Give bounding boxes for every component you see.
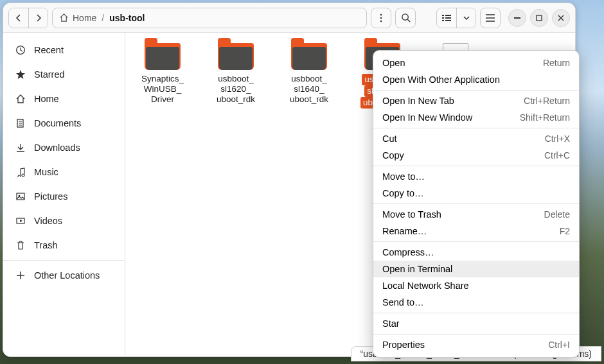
hamburger-icon	[486, 14, 495, 22]
folder-item[interactable]: usbboot_sl1620_uboot_rdk	[204, 43, 268, 105]
header-bar: Home / usb-tool	[3, 3, 575, 33]
window-close-button[interactable]	[552, 9, 570, 27]
context-menu-item[interactable]: Compress…	[373, 244, 579, 261]
svg-point-0	[380, 13, 382, 15]
context-menu-item[interactable]: Local Network Share	[373, 277, 579, 294]
context-menu-shortcut: Delete	[544, 209, 570, 220]
context-menu-item[interactable]: Star	[373, 315, 579, 332]
svg-rect-15	[537, 15, 542, 21]
context-menu-divider	[373, 334, 579, 334]
sidebar-item-home[interactable]: Home	[3, 87, 125, 111]
svg-line-4	[407, 19, 410, 22]
sidebar-item-trash[interactable]: Trash	[3, 233, 125, 257]
path-home[interactable]: Home	[59, 13, 96, 23]
home-icon	[59, 13, 69, 22]
documents-icon	[15, 118, 26, 128]
context-menu-item[interactable]: PropertiesCtrl+I	[373, 336, 579, 353]
window-maximize-button[interactable]	[530, 9, 548, 27]
sidebar-item-pictures[interactable]: Pictures	[3, 184, 125, 209]
context-menu-item[interactable]: Move to TrashDelete	[373, 206, 579, 223]
context-menu-label: Star	[382, 318, 400, 329]
folder-icon	[291, 43, 327, 70]
nav-back-button[interactable]	[9, 8, 28, 28]
context-menu-label: Open In New Tab	[382, 96, 454, 106]
folder-item[interactable]: usbboot_sl1640_uboot_rdk	[277, 43, 341, 105]
search-button[interactable]	[395, 8, 416, 28]
context-menu-divider	[373, 128, 579, 128]
item-label: usbboot_sl1620_uboot_rdk	[204, 74, 268, 105]
sidebar-item-label: Trash	[34, 240, 58, 250]
context-menu-shortcut: Ctrl+X	[545, 134, 570, 144]
context-menu-shortcut: Ctrl+Return	[524, 96, 570, 106]
sidebar-item-documents[interactable]: Documents	[3, 111, 125, 135]
trash-icon	[15, 240, 26, 250]
context-menu-divider	[373, 241, 579, 242]
context-menu-label: Local Network Share	[382, 281, 469, 291]
sidebar-item-other-locations[interactable]: Other Locations	[3, 263, 125, 288]
chevron-right-icon	[35, 14, 42, 22]
context-menu-label: Open In New Window	[382, 112, 472, 123]
folder-icon	[218, 43, 254, 70]
context-menu-item[interactable]: Open In New TabCtrl+Return	[373, 92, 579, 109]
sidebar-item-recent[interactable]: Recent	[3, 38, 125, 62]
chevron-down-icon	[463, 15, 470, 21]
context-menu-item[interactable]: CopyCtrl+C	[373, 147, 579, 164]
svg-rect-23	[17, 193, 24, 200]
sidebar-item-label: Documents	[34, 118, 81, 128]
home-icon	[15, 94, 26, 104]
context-menu: OpenReturnOpen With Other ApplicationOpe…	[373, 50, 580, 358]
path-home-label: Home	[73, 13, 96, 23]
context-menu-item[interactable]: Copy to…	[373, 185, 579, 202]
svg-rect-10	[445, 20, 451, 21]
context-menu-label: Move to…	[382, 171, 425, 182]
svg-point-3	[402, 14, 407, 20]
context-menu-item[interactable]: CutCtrl+X	[373, 130, 579, 147]
plus-icon	[15, 271, 26, 280]
sidebar: Recent Starred Home Documents Downloads …	[3, 33, 125, 356]
nav-buttons	[8, 8, 48, 28]
context-menu-label: Rename…	[382, 226, 427, 236]
context-menu-item[interactable]: OpenReturn	[373, 55, 579, 71]
sidebar-item-music[interactable]: Music	[3, 160, 125, 184]
svg-rect-6	[445, 15, 451, 16]
minimize-icon	[514, 17, 520, 19]
download-icon	[15, 143, 26, 153]
clock-icon	[15, 45, 26, 55]
context-menu-label: Copy to…	[382, 188, 423, 198]
context-menu-item[interactable]: Open In New WindowShift+Return	[373, 109, 579, 126]
context-menu-item[interactable]: Send to…	[373, 294, 579, 311]
sidebar-item-label: Videos	[34, 216, 62, 226]
sidebar-item-starred[interactable]: Starred	[3, 62, 125, 87]
svg-rect-14	[514, 17, 520, 19]
list-icon	[442, 14, 451, 22]
view-switcher	[436, 8, 476, 28]
sidebar-item-label: Recent	[34, 45, 64, 55]
hamburger-menu-button[interactable]	[480, 8, 501, 28]
path-menu-button[interactable]	[371, 8, 391, 28]
kebab-icon	[380, 13, 382, 22]
window-controls	[508, 9, 570, 27]
context-menu-shortcut: Return	[543, 58, 570, 68]
context-menu-item[interactable]: Move to…	[373, 168, 579, 185]
star-icon	[15, 69, 26, 80]
view-dropdown-button[interactable]	[456, 8, 475, 28]
sidebar-item-downloads[interactable]: Downloads	[3, 135, 125, 160]
sidebar-item-label: Downloads	[34, 143, 80, 153]
sidebar-item-label: Pictures	[34, 191, 67, 202]
view-list-button[interactable]	[437, 8, 456, 28]
path-bar[interactable]: Home / usb-tool	[52, 8, 367, 28]
path-current[interactable]: usb-tool	[109, 13, 145, 23]
context-menu-item[interactable]: Rename…F2	[373, 223, 579, 239]
item-label: usbboot_sl1640_uboot_rdk	[277, 74, 341, 105]
nav-forward-button[interactable]	[28, 8, 48, 28]
context-menu-item[interactable]: Open in Terminal	[373, 261, 579, 277]
folder-item[interactable]: Synaptics_WinUSB_Driver	[130, 43, 195, 105]
window-minimize-button[interactable]	[508, 9, 526, 27]
context-menu-divider	[373, 90, 579, 91]
context-menu-divider	[373, 204, 579, 204]
context-menu-item[interactable]: Open With Other Application	[373, 71, 579, 88]
context-menu-divider	[373, 166, 579, 166]
sidebar-item-videos[interactable]: Videos	[3, 209, 125, 233]
pictures-icon	[15, 191, 26, 202]
svg-point-2	[380, 20, 382, 22]
